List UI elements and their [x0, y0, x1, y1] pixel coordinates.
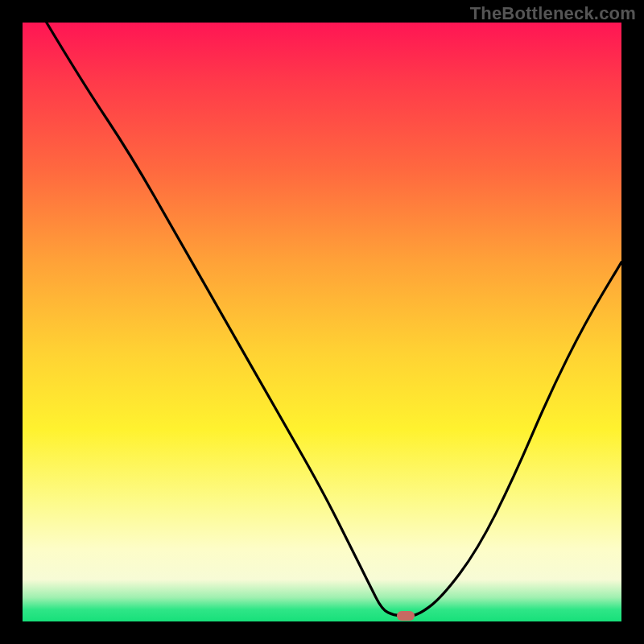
watermark-text: TheBottleneck.com [470, 3, 636, 24]
bottleneck-curve [23, 23, 621, 621]
chart-frame: TheBottleneck.com [0, 0, 644, 644]
plot-area [23, 23, 621, 621]
optimum-marker [397, 611, 415, 621]
